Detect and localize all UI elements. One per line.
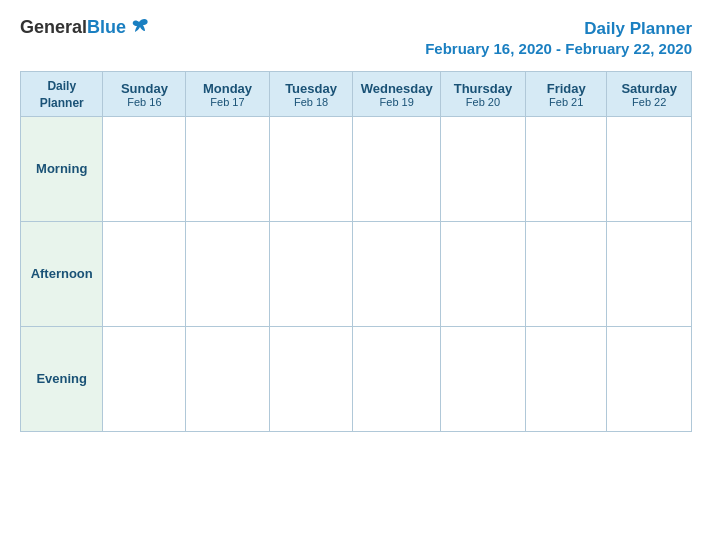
page-header: GeneralBlue Daily Planner February 16, 2… bbox=[20, 18, 692, 57]
col-header-wednesday: Wednesday Feb 19 bbox=[353, 72, 441, 117]
evening-thursday[interactable] bbox=[440, 326, 525, 431]
morning-label: Morning bbox=[21, 116, 103, 221]
afternoon-friday[interactable] bbox=[525, 221, 606, 326]
afternoon-row: Afternoon bbox=[21, 221, 692, 326]
evening-row: Evening bbox=[21, 326, 692, 431]
col-header-sunday: Sunday Feb 16 bbox=[103, 72, 186, 117]
evening-wednesday[interactable] bbox=[353, 326, 441, 431]
morning-sunday[interactable] bbox=[103, 116, 186, 221]
evening-monday[interactable] bbox=[186, 326, 269, 431]
morning-row: Morning bbox=[21, 116, 692, 221]
col-header-monday: Monday Feb 17 bbox=[186, 72, 269, 117]
col-header-friday: Friday Feb 21 bbox=[525, 72, 606, 117]
morning-monday[interactable] bbox=[186, 116, 269, 221]
col-header-tuesday: Tuesday Feb 18 bbox=[269, 72, 353, 117]
morning-thursday[interactable] bbox=[440, 116, 525, 221]
afternoon-wednesday[interactable] bbox=[353, 221, 441, 326]
afternoon-thursday[interactable] bbox=[440, 221, 525, 326]
col-header-saturday: Saturday Feb 22 bbox=[607, 72, 692, 117]
first-col-header: Daily Planner bbox=[21, 72, 103, 117]
bird-icon bbox=[129, 16, 151, 38]
morning-tuesday[interactable] bbox=[269, 116, 353, 221]
afternoon-tuesday[interactable] bbox=[269, 221, 353, 326]
evening-friday[interactable] bbox=[525, 326, 606, 431]
afternoon-monday[interactable] bbox=[186, 221, 269, 326]
morning-wednesday[interactable] bbox=[353, 116, 441, 221]
header-right: Daily Planner February 16, 2020 - Februa… bbox=[425, 18, 692, 57]
planner-title: Daily Planner bbox=[425, 18, 692, 40]
afternoon-label: Afternoon bbox=[21, 221, 103, 326]
column-headers-row: Daily Planner Sunday Feb 16 Monday Feb 1… bbox=[21, 72, 692, 117]
evening-saturday[interactable] bbox=[607, 326, 692, 431]
col-header-thursday: Thursday Feb 20 bbox=[440, 72, 525, 117]
evening-sunday[interactable] bbox=[103, 326, 186, 431]
evening-tuesday[interactable] bbox=[269, 326, 353, 431]
logo-text: GeneralBlue bbox=[20, 18, 126, 38]
afternoon-sunday[interactable] bbox=[103, 221, 186, 326]
date-range: February 16, 2020 - February 22, 2020 bbox=[425, 40, 692, 57]
afternoon-saturday[interactable] bbox=[607, 221, 692, 326]
morning-saturday[interactable] bbox=[607, 116, 692, 221]
evening-label: Evening bbox=[21, 326, 103, 431]
logo: GeneralBlue bbox=[20, 18, 151, 38]
morning-friday[interactable] bbox=[525, 116, 606, 221]
calendar-table: Daily Planner Sunday Feb 16 Monday Feb 1… bbox=[20, 71, 692, 432]
